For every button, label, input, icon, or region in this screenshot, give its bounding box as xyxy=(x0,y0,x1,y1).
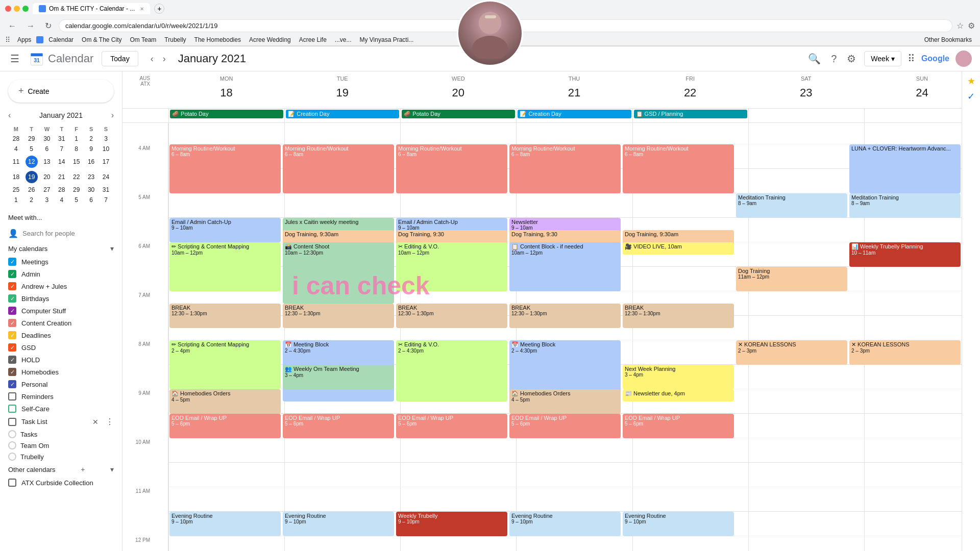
calendar-checkbox-andrew-jules[interactable] xyxy=(8,282,16,290)
search-icon[interactable]: 🔍 xyxy=(806,51,823,67)
calendar-event[interactable]: Meditation Training8 – 9am xyxy=(736,193,847,218)
time-cell[interactable] xyxy=(400,463,516,487)
time-cell[interactable] xyxy=(748,316,864,340)
bookmark-acree-life[interactable]: Acree Life xyxy=(296,35,330,44)
close-window-dot[interactable] xyxy=(5,6,11,12)
calendar-item-meetings[interactable]: Meetings xyxy=(0,256,122,268)
day-num-mon[interactable]: 18 xyxy=(215,82,238,104)
calendar-event[interactable]: ✕ KOREAN LESSONS2 – 3pm xyxy=(849,340,961,365)
calendar-checkbox-computer-stuff[interactable] xyxy=(8,307,16,315)
mini-cal-day[interactable]: 22 xyxy=(69,170,83,184)
mini-cal-day[interactable]: 30 xyxy=(40,134,54,143)
forward-button[interactable]: → xyxy=(23,20,38,32)
calendar-item-hold[interactable]: HOLD xyxy=(0,354,122,366)
calendar-checkbox-self-care[interactable] xyxy=(8,405,16,413)
help-icon[interactable]: ? xyxy=(829,51,839,67)
time-cell[interactable] xyxy=(748,218,864,242)
calendar-event[interactable]: Evening Routine9 – 10pm xyxy=(623,512,734,536)
calendar-event[interactable]: 👥 Weekly Om Team Meeting3 – 4pm xyxy=(283,365,394,389)
calendar-event[interactable]: Evening Routine9 – 10pm xyxy=(169,512,281,536)
mini-cal-day[interactable]: 25 xyxy=(9,185,23,194)
calendar-item-computer-stuff[interactable]: Computer Stuff xyxy=(0,305,122,317)
apps-icon[interactable]: ⠿ xyxy=(5,36,10,44)
time-cell[interactable] xyxy=(632,193,748,218)
calendar-event[interactable]: 📰 Newsletter due, 4pm xyxy=(623,389,734,402)
calendar-checkbox-atx[interactable] xyxy=(8,479,16,487)
day-num-fri[interactable]: 22 xyxy=(679,82,701,104)
calendar-event[interactable]: Morning Routine/Workout6 – 8am xyxy=(509,144,621,193)
time-cell[interactable] xyxy=(516,487,632,512)
calendar-event[interactable]: Morning Routine/Workout6 – 8am xyxy=(283,144,394,193)
calendar-event[interactable]: Meditation Training8 – 9am xyxy=(849,193,961,218)
mini-cal-day[interactable]: 29 xyxy=(24,134,39,143)
calendar-checkbox-admin[interactable] xyxy=(8,270,16,278)
calendar-item-andrew-jules[interactable]: Andrew + Jules xyxy=(0,280,122,292)
mini-cal-day[interactable]: 4 xyxy=(9,144,23,154)
calendar-event[interactable]: ✏ Scripting & Content Mapping2 – 4pm xyxy=(169,340,281,389)
calendar-event[interactable]: ✏ Scripting & Content Mapping10am – 12pm xyxy=(169,242,281,291)
right-icon-star[interactable]: ★ xyxy=(967,76,975,87)
calendar-checkbox-task-list[interactable] xyxy=(8,418,16,426)
calendar-event[interactable]: BREAK12:30 – 1:30pm xyxy=(623,304,734,328)
calendar-event[interactable]: Evening Routine9 – 10pm xyxy=(509,512,621,536)
time-cell[interactable] xyxy=(748,487,864,512)
calendar-item-self-care[interactable]: Self-Care xyxy=(0,403,122,415)
time-cell[interactable] xyxy=(632,340,748,365)
apps-grid-icon[interactable]: ⠿ xyxy=(908,53,915,65)
tab-close-button[interactable]: ✕ xyxy=(140,6,144,12)
calendar-event[interactable]: Morning Routine/Workout6 – 8am xyxy=(623,144,734,193)
time-cell[interactable] xyxy=(748,123,864,144)
mini-cal-day[interactable]: 2 xyxy=(84,134,98,143)
mini-cal-day[interactable]: 9 xyxy=(84,144,98,154)
mini-cal-day[interactable]: 31 xyxy=(55,134,68,143)
mini-cal-day[interactable]: 20 xyxy=(40,170,54,184)
time-cell[interactable] xyxy=(168,487,284,512)
create-button[interactable]: + Create xyxy=(8,80,114,103)
calendar-checkbox-deadlines[interactable] xyxy=(8,331,16,339)
day-num-sat[interactable]: 23 xyxy=(795,82,817,104)
time-cell[interactable] xyxy=(168,438,284,463)
mini-cal-day[interactable]: 21 xyxy=(55,170,68,184)
calendar-item-atx[interactable]: ATX Curbside Collection xyxy=(0,477,122,489)
time-cell[interactable] xyxy=(400,536,516,551)
time-cell[interactable] xyxy=(284,123,400,144)
browser-tab[interactable]: Om & THE CITY - Calendar - ... ✕ xyxy=(33,3,150,14)
trubelly-checkbox[interactable] xyxy=(8,453,16,461)
calendar-event[interactable]: EOD Email / Wrap UP5 – 6pm xyxy=(169,414,281,438)
mini-cal-day[interactable]: 1 xyxy=(69,134,83,143)
user-avatar[interactable] xyxy=(955,51,972,67)
calendar-event[interactable]: Next Week Planning3 – 4pm xyxy=(623,365,734,389)
calendar-item-homebodies[interactable]: Homebodies xyxy=(0,366,122,378)
mini-cal-day[interactable]: 6 xyxy=(84,195,98,205)
calendar-event[interactable]: 📋 Content Block - if needed10am – 12pm xyxy=(509,242,621,291)
add-other-calendar-icon[interactable]: + xyxy=(81,465,85,473)
calendar-event[interactable]: BREAK12:30 – 1:30pm xyxy=(509,304,621,328)
time-cell[interactable] xyxy=(748,536,864,551)
my-calendars-header[interactable]: My calendars ▾ xyxy=(0,241,122,256)
calendar-item-personal[interactable]: Personal xyxy=(0,378,122,390)
time-cell[interactable] xyxy=(632,536,748,551)
search-people-input[interactable]: 👤 Search for people xyxy=(0,226,122,241)
time-cell[interactable] xyxy=(748,169,864,193)
time-cell[interactable] xyxy=(632,463,748,487)
bookmark-calendar[interactable]: Calendar xyxy=(45,35,77,44)
mini-cal-day[interactable]: 7 xyxy=(55,144,68,154)
bookmark-ve[interactable]: ...ve... xyxy=(332,35,355,44)
tasks-item[interactable]: Tasks xyxy=(0,429,122,440)
calendar-checkbox-reminders[interactable] xyxy=(8,392,16,400)
mini-cal-day[interactable]: 7 xyxy=(99,195,113,205)
time-cell[interactable] xyxy=(632,267,748,291)
bookmark-apps[interactable]: Apps xyxy=(14,35,34,44)
next-week-button[interactable]: › xyxy=(159,52,170,66)
calendar-event[interactable]: BREAK12:30 – 1:30pm xyxy=(169,304,281,328)
bookmark-vinyasa[interactable]: My Vinyasa Practi... xyxy=(357,35,417,44)
time-cell[interactable] xyxy=(284,193,400,218)
time-grid-scroll[interactable]: 2 AM3 AM4 AM5 AM6 AM7 AM8 AM9 AM10 AM11 … xyxy=(122,123,980,551)
mini-cal-day[interactable]: 26 xyxy=(24,185,39,194)
meet-with-section[interactable]: Meet with... xyxy=(0,210,122,226)
maximize-window-dot[interactable] xyxy=(22,6,29,12)
time-cell[interactable] xyxy=(748,144,864,169)
mini-cal-day[interactable]: 10 xyxy=(99,144,113,154)
calendar-event[interactable]: Email / Admin Catch-Up9 – 10am xyxy=(169,218,281,242)
mini-cal-day[interactable]: 8 xyxy=(69,144,83,154)
